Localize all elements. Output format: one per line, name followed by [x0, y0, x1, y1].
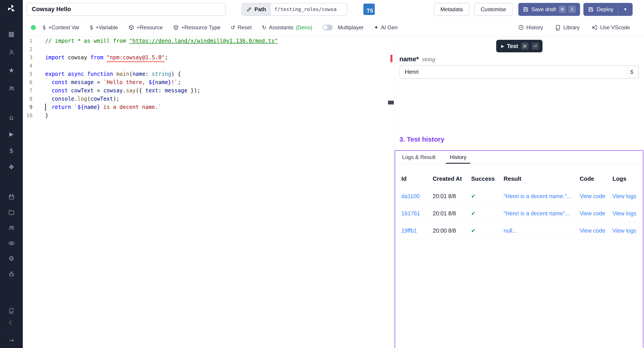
code-editor[interactable]: 12345678910 // import * as wmill from "h…	[23, 36, 395, 348]
dollar-icon: $	[10, 148, 14, 154]
code-token: main	[116, 71, 129, 77]
deploy-button[interactable]: Deploy	[584, 3, 618, 16]
metadata-button[interactable]: Metadata	[434, 3, 469, 16]
view-code-link[interactable]: View code	[580, 210, 612, 217]
robot-icon	[8, 271, 15, 277]
result-link[interactable]: null...	[504, 228, 580, 234]
code-line[interactable]	[45, 45, 388, 54]
code-token: // import * as wmill from	[45, 38, 129, 44]
code-token: ${	[78, 104, 84, 110]
tab-logs-result[interactable]: Logs & Result	[398, 151, 439, 164]
add-context-var-button[interactable]: $ +Context Var	[42, 24, 80, 31]
reset-label: Reset	[238, 24, 252, 31]
line-number: 3	[23, 54, 32, 62]
history-tabs: Logs & Result History	[395, 151, 643, 164]
code-token: ;	[165, 54, 168, 60]
code-line[interactable]: const cowText = cowsay.say({ text: messa…	[45, 86, 388, 95]
code-line[interactable]: }	[45, 112, 388, 120]
assistants-button[interactable]: ↻ Assistants (Deno)	[262, 24, 312, 31]
code-line[interactable]: import cowsay from "npm:cowsay@1.5.0";	[45, 54, 388, 62]
view-code-link[interactable]: View code	[580, 228, 612, 234]
deploy-options-button[interactable]: ▾	[618, 3, 632, 16]
path-value[interactable]: f/testing_roles/cowsa	[271, 3, 347, 16]
calendar-icon	[8, 194, 15, 200]
cursor-marker-icon	[388, 101, 394, 104]
code-line[interactable]: return `${name} is a decent name.`	[45, 103, 388, 112]
nav-account[interactable]	[0, 43, 23, 61]
arrow-right-icon: →	[9, 338, 14, 343]
code-token: "npm:cowsay@1.5.0"	[107, 54, 165, 60]
job-id-link[interactable]: da1100	[402, 193, 433, 200]
library-button[interactable]: Library	[555, 24, 580, 31]
field-input-row: $	[399, 65, 639, 79]
nav-folders[interactable]	[0, 205, 23, 220]
code-token	[68, 79, 71, 86]
windmill-logo[interactable]	[0, 0, 23, 17]
nav-home[interactable]: ⌂	[0, 109, 23, 126]
reset-button[interactable]: ↺ Reset	[231, 24, 252, 31]
code-token: :	[158, 88, 165, 94]
nav-members[interactable]	[0, 80, 23, 98]
nav-workers[interactable]	[0, 266, 23, 282]
code-token: cowsay	[64, 54, 90, 60]
theme-toggle[interactable]: ☾	[0, 317, 23, 329]
nav-groups[interactable]	[0, 220, 23, 236]
editor-code[interactable]: // import * as wmill from "https://deno.…	[45, 36, 394, 348]
home-icon: ⌂	[10, 114, 14, 121]
customise-button[interactable]: Customise	[474, 3, 512, 16]
nav-runs[interactable]: ▶	[0, 126, 23, 142]
result-link[interactable]: "Henri is a decent name."...	[504, 193, 580, 200]
refresh-icon: ↻	[262, 25, 266, 30]
code-line[interactable]: // import * as wmill from "https://deno.…	[45, 37, 388, 45]
nav-audit-logs[interactable]	[0, 236, 23, 251]
code-token: !`	[171, 79, 178, 86]
code-line[interactable]: export async function main(name: string)…	[45, 70, 388, 78]
save-icon	[523, 6, 528, 12]
add-variable-label: +Variable	[96, 24, 118, 31]
table-row: 19ffb120:00 8/8✔null...View codeView log…	[402, 222, 636, 239]
ai-gen-button[interactable]: ✦ AI Gen	[374, 24, 398, 31]
job-id-link[interactable]: 19ffb1	[402, 228, 433, 234]
history-button[interactable]: History	[518, 24, 543, 31]
success-check-icon: ✔	[471, 228, 504, 234]
code-line[interactable]: const message = `Hello there, ${name}!`;	[45, 78, 388, 86]
code-line[interactable]	[45, 62, 388, 70]
view-logs-link[interactable]: View logs	[612, 210, 636, 217]
code-token: `Hello there,	[103, 79, 148, 86]
nav-resources[interactable]: ❖	[0, 159, 23, 175]
view-logs-link[interactable]: View logs	[612, 228, 636, 234]
insert-variable-button[interactable]: $	[626, 67, 638, 77]
edit-path-button[interactable]: Path	[242, 3, 271, 16]
code-line[interactable]: console.log(cowText);	[45, 95, 388, 103]
column-header: Logs	[612, 175, 636, 182]
history-table-head: IdCreated AtSuccessResultCodeLogs	[402, 175, 636, 182]
tab-history[interactable]: History	[446, 151, 470, 164]
add-resource-button[interactable]: +Resource	[128, 24, 163, 31]
view-code-link[interactable]: View code	[580, 193, 612, 200]
test-button[interactable]: ▶ Test ⌘ ⏎	[496, 40, 542, 52]
add-resource-type-button[interactable]: +Resource Type	[173, 24, 220, 31]
multiplayer-toggle[interactable]	[322, 24, 333, 30]
vscode-icon	[592, 24, 598, 30]
add-variable-button[interactable]: $ +Variable	[90, 24, 118, 31]
name-field-input[interactable]	[399, 65, 639, 79]
code-token	[45, 96, 52, 102]
play-icon: ▶	[501, 44, 504, 48]
line-number: 1	[23, 37, 32, 45]
nav-apps[interactable]: ▦	[0, 25, 23, 43]
job-id-link[interactable]: 161761	[402, 210, 433, 217]
view-logs-link[interactable]: View logs	[612, 193, 636, 200]
history-table-body: da110020:01 8/8✔"Henri is a decent name.…	[402, 188, 636, 239]
script-name-input[interactable]	[26, 3, 226, 16]
code-token	[45, 79, 52, 86]
nav-docs[interactable]	[0, 304, 23, 317]
nav-settings[interactable]: ⚙	[0, 251, 23, 266]
star-icon: ★	[8, 67, 14, 74]
sidebar-expand-button[interactable]: →	[0, 332, 23, 348]
save-draft-button[interactable]: Save draft ⌘ S	[518, 3, 580, 16]
use-vscode-button[interactable]: Use VScode	[592, 24, 630, 31]
nav-variables[interactable]: $	[0, 142, 23, 159]
nav-schedules[interactable]	[0, 189, 23, 205]
nav-favorites[interactable]: ★	[0, 61, 23, 80]
result-link[interactable]: "Henri is a decent name"...	[504, 210, 580, 217]
